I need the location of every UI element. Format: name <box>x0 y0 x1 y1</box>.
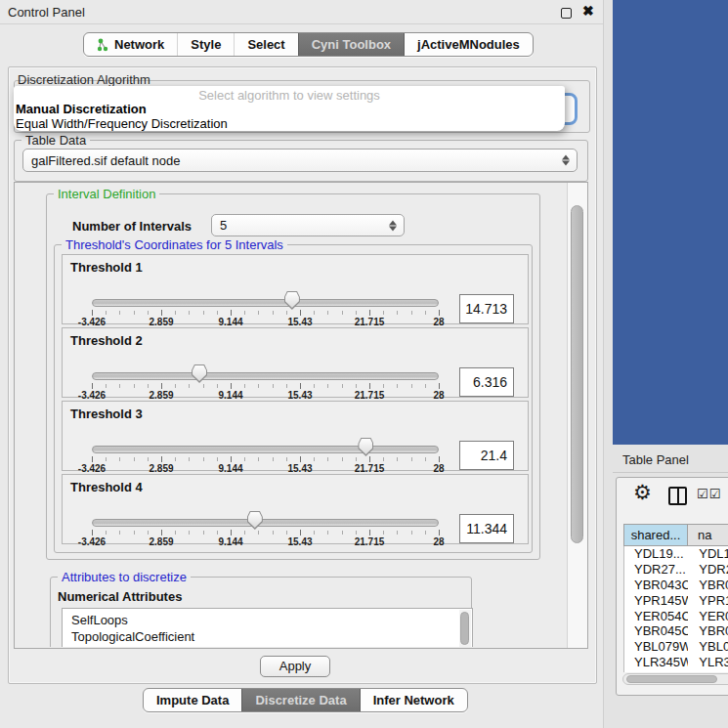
slider-track[interactable] <box>92 299 439 307</box>
slider-tick <box>342 311 343 315</box>
slider-tick <box>342 384 343 388</box>
interval-definition-group: Interval Definition Number of Intervals … <box>46 193 540 560</box>
column-header-1[interactable]: shared... <box>623 524 688 546</box>
columns-icon[interactable] <box>668 487 687 505</box>
slider-tick-label: 28 <box>433 390 444 401</box>
slider-tick <box>411 531 412 535</box>
number-of-intervals-combobox[interactable]: 5 <box>211 214 405 236</box>
dropdown-option-manual-discretization[interactable]: Manual Discretization <box>16 102 147 116</box>
network-desktop-background: GAL80GACGAL11GAL4GCY1HHAP2 <box>613 0 728 445</box>
slider-tick <box>106 384 107 388</box>
threshold-value-field[interactable]: 21.4 <box>459 441 514 470</box>
scrollbar-thumb[interactable] <box>626 675 717 683</box>
slider-tick <box>397 457 398 461</box>
threshold-value-field[interactable]: 11.344 <box>459 514 514 543</box>
column-header-2[interactable]: na <box>688 524 728 546</box>
slider-tick-label: 21.715 <box>355 536 385 547</box>
number-of-intervals-label: Number of Intervals <box>72 219 192 234</box>
tab-label: Infer Network <box>373 693 454 707</box>
tab-jactivemnodules[interactable]: jActiveMNodules <box>404 33 533 56</box>
slider-tick <box>148 531 149 535</box>
table-row[interactable]: YLR345WYLR3 <box>624 655 728 670</box>
slider-tick <box>286 531 287 535</box>
slider-track[interactable] <box>92 519 439 527</box>
slider-tick <box>439 310 440 316</box>
slider-tick <box>244 457 245 461</box>
slider-track[interactable] <box>92 372 439 380</box>
tab-style[interactable]: Style <box>177 33 234 56</box>
settings-vertical-scrollbar[interactable] <box>567 183 587 648</box>
slider-tick-label: 28 <box>433 463 444 474</box>
attribute-list-item[interactable]: BetweennessCentrality <box>63 645 472 647</box>
numerical-attributes-label: Numerical Attributes <box>58 589 182 604</box>
slider-tick <box>356 311 357 315</box>
node-attribute-table: shared...na YDL19...YDL1YDR27...YDR2YBR0… <box>623 524 728 672</box>
slider-tick <box>231 456 232 462</box>
slider-tick-label: -3.426 <box>78 536 106 547</box>
table-horizontal-scrollbar[interactable] <box>622 673 728 685</box>
select-columns-checkbox-icons[interactable]: ☑☑ <box>697 487 721 501</box>
scrollbar-thumb[interactable] <box>571 205 583 543</box>
table-row[interactable]: YDR27...YDR2 <box>624 562 728 578</box>
table-row[interactable]: YBR043CYBR0 <box>624 578 728 593</box>
slider-tick-label: -3.426 <box>78 390 106 401</box>
tab-impute-data[interactable]: Impute Data <box>144 689 241 711</box>
slider-tick <box>175 311 176 315</box>
slider-thumb[interactable] <box>358 438 373 456</box>
tab-network[interactable]: Network <box>84 33 177 56</box>
apply-button[interactable]: Apply <box>260 656 330 677</box>
slider-tick <box>189 311 190 315</box>
slider-tick <box>273 531 274 535</box>
table-data-group-title: Table Data <box>21 133 90 148</box>
list-scrollbar[interactable] <box>459 610 471 647</box>
slider-tick <box>327 311 328 315</box>
tab-label: Cyni Toolbox <box>312 37 391 52</box>
table-row[interactable]: YBL079WYBL0 <box>624 639 728 655</box>
control-panel-window: Control Panel ✖ NetworkStyleSelectCyni T… <box>0 0 603 728</box>
tab-label: jActiveMNodules <box>417 37 520 52</box>
slider-tick <box>134 457 135 461</box>
table-row[interactable]: YPR145WYPR1 <box>624 593 728 609</box>
slider-tick <box>425 384 426 388</box>
threshold-value-field[interactable]: 6.316 <box>459 367 514 397</box>
slider-tick <box>369 456 370 462</box>
table-data-combobox[interactable]: galFiltered.sif default node <box>22 149 578 172</box>
slider-tick <box>411 457 412 461</box>
attributes-group: Attributes to discretize Numerical Attri… <box>50 577 472 647</box>
tab-infer-network[interactable]: Infer Network <box>360 689 467 711</box>
attribute-list-item[interactable]: SelfLoops <box>63 609 472 628</box>
slider-thumb[interactable] <box>247 511 263 530</box>
dropdown-option-equal-width-frequency[interactable]: Equal Width/Frequency Discretization <box>16 116 228 131</box>
slider-thumb[interactable] <box>192 364 207 383</box>
slider-tick-label: 2.859 <box>149 463 173 474</box>
slider-tick <box>356 384 357 388</box>
tab-discretize-data[interactable]: Discretize Data <box>241 689 359 711</box>
float-window-icon[interactable] <box>561 8 572 19</box>
table-row[interactable]: YBR045CYBR0 <box>624 623 728 639</box>
table-row[interactable]: YER054CYER0 <box>624 609 728 624</box>
attribute-list-item[interactable]: TopologicalCoefficient <box>63 628 472 645</box>
number-of-intervals-value: 5 <box>220 218 227 233</box>
network-icon <box>97 38 109 52</box>
threshold-value-field[interactable]: 14.713 <box>459 294 514 323</box>
slider-thumb[interactable] <box>284 291 300 310</box>
slider-tick <box>300 456 301 462</box>
table-row[interactable]: YDL19...YDL1 <box>624 546 728 562</box>
control-panel-title: Control Panel <box>8 5 85 20</box>
algorithm-group-title: Discretization Algorithm <box>18 72 150 87</box>
slider-tick <box>397 311 398 315</box>
tab-label: Select <box>247 37 284 52</box>
table-cell: YER054C <box>624 609 688 624</box>
threshold-panel-2: Threshold 2-3.4262.8599.14415.4321.71528… <box>62 327 529 398</box>
combo-stepper-icon <box>389 220 397 231</box>
numerical-attributes-list[interactable]: SelfLoopsTopologicalCoefficientBetweenne… <box>62 608 473 647</box>
tab-select[interactable]: Select <box>234 33 297 56</box>
slider-track[interactable] <box>92 446 439 453</box>
slider-tick <box>231 383 232 389</box>
table-row[interactable]: YIL052CYIL0 <box>624 670 728 672</box>
tab-cyni-toolbox[interactable]: Cyni Toolbox <box>298 33 404 56</box>
close-icon[interactable]: ✖ <box>582 3 594 19</box>
gear-icon[interactable]: ⚙ <box>633 481 652 504</box>
slider-tick <box>369 383 370 389</box>
slider-tick <box>203 457 204 461</box>
